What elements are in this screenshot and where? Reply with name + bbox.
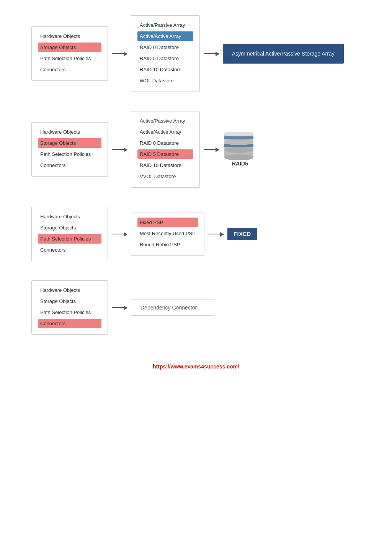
arrow-6 <box>204 234 227 234</box>
menu-item-highlighted: Storage Objects <box>38 43 101 52</box>
menu-item-highlighted: Storage Objects <box>38 138 101 148</box>
result-fixed: FIXED <box>227 228 257 240</box>
arrow-5 <box>108 234 131 234</box>
option-item: VVOL Datastore <box>137 172 193 181</box>
disk-2-bot <box>224 147 253 153</box>
diagram-row-4: Hardware Objects Storage Objects Path Se… <box>31 280 361 335</box>
diagram-row-1: Hardware Objects Storage Objects Path Se… <box>31 15 361 92</box>
options-box-3: Fixed PSP Most Recently Used PSP Round R… <box>131 213 204 256</box>
diagram-row-2: Hardware Objects Storage Objects Path Se… <box>31 111 361 188</box>
menu-box-1: Hardware Objects Storage Objects Path Se… <box>31 26 108 81</box>
option-item: Active/Passive Array <box>137 116 193 126</box>
arrow-4 <box>200 149 223 150</box>
menu-item: Hardware Objects <box>38 285 101 295</box>
menu-box-4: Hardware Objects Storage Objects Path Se… <box>31 280 108 335</box>
result-label: Asymmetrical Active/Passive Storage Arra… <box>232 51 335 57</box>
menu-item-highlighted: Path Selection Policies <box>38 234 101 244</box>
option-item: RAID 10 Datastore <box>137 65 193 74</box>
option-item: WOL Datastore <box>137 76 193 85</box>
arrow-icon <box>204 149 219 150</box>
arrow-7 <box>108 307 131 308</box>
menu-item: Hardware Objects <box>38 127 101 137</box>
menu-item: Path Selection Policies <box>38 149 101 159</box>
menu-item: Storage Objects <box>38 223 101 232</box>
menu-item: Connectors <box>38 65 101 74</box>
arrow-icon <box>112 234 127 234</box>
menu-item: Connectors <box>38 245 101 255</box>
raid5-disks <box>223 132 257 159</box>
raid5-svg <box>223 132 257 160</box>
menu-box-3: Hardware Objects Storage Objects Path Se… <box>31 207 108 261</box>
arrow-2 <box>200 53 223 54</box>
menu-item: Hardware Objects <box>38 31 101 41</box>
stripe-1 <box>224 136 253 139</box>
option-item: RAID 5 Datastore <box>137 54 193 63</box>
result-dep-connector: Dependency Connector <box>131 300 215 316</box>
menu-item: Storage Objects <box>38 296 101 306</box>
option-item: RAID 0 Datastore <box>137 138 193 148</box>
menu-item: Path Selection Policies <box>38 54 101 63</box>
arrow-icon <box>208 234 224 234</box>
option-item-highlighted: RAID 5 Datastore <box>137 149 193 159</box>
option-item-highlighted: Fixed PSP <box>137 218 198 227</box>
option-item: Active/Passive Array <box>137 20 193 30</box>
raid5-label: RAID5 <box>232 160 248 167</box>
arrow-icon <box>112 149 127 150</box>
option-item: Round Robin PSP <box>137 240 198 249</box>
arrow-icon <box>204 53 219 54</box>
arrow-icon <box>112 53 127 54</box>
menu-item-highlighted: Connectors <box>38 319 101 328</box>
menu-item: Hardware Objects <box>38 212 101 221</box>
menu-item: Path Selection Policies <box>38 308 101 317</box>
dep-connector-label: Dependency Connector <box>140 305 197 311</box>
option-item-highlighted: Active/Active Array <box>137 31 193 41</box>
fixed-label: FIXED <box>234 231 251 237</box>
option-item: RAID 10 Datastore <box>137 160 193 170</box>
menu-box-2: Hardware Objects Storage Objects Path Se… <box>31 122 108 177</box>
result-asymmetrical: Asymmetrical Active/Passive Storage Arra… <box>223 44 344 64</box>
arrow-3 <box>108 149 131 150</box>
option-item: RAID 0 Datastore <box>137 43 193 52</box>
diagram-row-3: Hardware Objects Storage Objects Path Se… <box>31 207 361 261</box>
option-item: Most Recently Used PSP <box>137 229 198 238</box>
option-item: Active/Active Array <box>137 127 193 137</box>
arrow-icon <box>112 307 127 308</box>
options-box-2: Active/Passive Array Active/Active Array… <box>131 111 200 188</box>
disk-1-bot <box>224 139 253 145</box>
options-box-1: Active/Passive Array Active/Active Array… <box>131 15 200 92</box>
footer: https://www.exams4success.com/ <box>31 354 361 379</box>
arrow-1 <box>108 53 131 54</box>
raid5-result: RAID5 <box>223 132 257 167</box>
footer-link[interactable]: https://www.exams4success.com/ <box>153 363 239 370</box>
page-container: Hardware Objects Storage Objects Path Se… <box>24 0 368 386</box>
menu-item: Connectors <box>38 160 101 170</box>
